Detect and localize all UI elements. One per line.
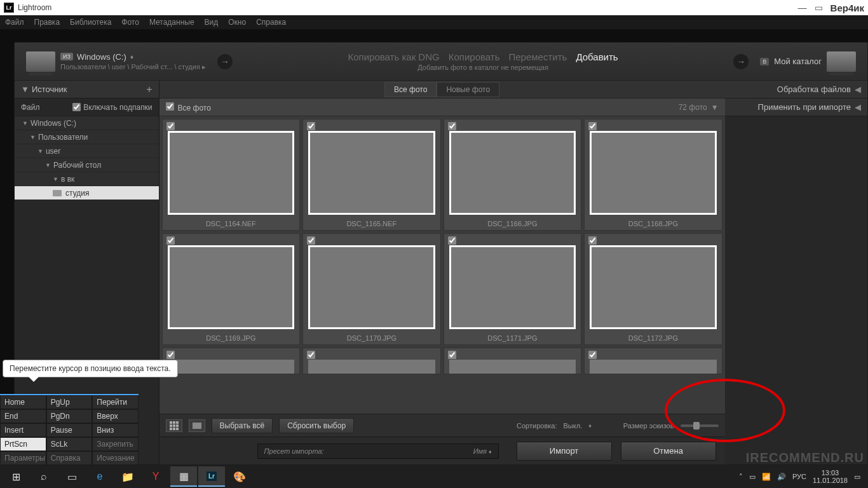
osk-key[interactable]: Параметры bbox=[0, 451, 46, 465]
notifications-icon[interactable]: ▭ bbox=[854, 473, 860, 481]
dest-label[interactable]: Мой каталог bbox=[774, 57, 822, 66]
thumb-checkbox[interactable] bbox=[166, 236, 175, 245]
mode-add[interactable]: Добавить bbox=[576, 51, 618, 62]
thumbnail-cell[interactable] bbox=[162, 348, 301, 374]
thumbnail-image bbox=[449, 131, 576, 215]
osk-key[interactable]: Вниз bbox=[92, 423, 139, 437]
language-indicator[interactable]: РУС bbox=[792, 473, 806, 480]
thumbnail-cell[interactable] bbox=[444, 348, 582, 374]
select-all-checkbox[interactable]: Все фото bbox=[166, 102, 211, 112]
app-icon[interactable]: ▦ bbox=[170, 466, 197, 487]
sort-value[interactable]: Выкл. bbox=[564, 422, 583, 430]
thumb-checkbox[interactable] bbox=[307, 122, 315, 130]
osk-key[interactable]: Исчезание bbox=[92, 451, 139, 465]
osk-key[interactable]: Pause bbox=[46, 423, 93, 437]
source-panel-header[interactable]: ▼Источник + bbox=[15, 81, 159, 98]
thumb-checkbox[interactable] bbox=[166, 351, 175, 359]
mode-move[interactable]: Переместить bbox=[508, 51, 567, 62]
lightroom-taskbar-icon[interactable]: Lr bbox=[198, 466, 225, 487]
nav-forward-icon[interactable]: → bbox=[217, 54, 233, 69]
thumbnail-cell[interactable]: DSC_1165.NEF bbox=[302, 119, 441, 231]
add-source-icon[interactable]: + bbox=[146, 84, 152, 95]
tray-up-icon[interactable]: ˄ bbox=[739, 473, 743, 481]
thumb-size-slider[interactable] bbox=[681, 424, 719, 427]
explorer-icon[interactable]: 📁 bbox=[114, 466, 141, 487]
include-subfolders-checkbox[interactable]: Включать подпапки bbox=[72, 103, 152, 112]
thumb-checkbox[interactable] bbox=[588, 351, 597, 359]
thumb-checkbox[interactable] bbox=[166, 122, 175, 130]
osk-key-active[interactable]: PrtScn bbox=[0, 437, 46, 451]
thumb-checkbox[interactable] bbox=[448, 236, 456, 245]
osk-key[interactable]: PgDn bbox=[46, 409, 93, 423]
menu-library[interactable]: Библиотека bbox=[70, 18, 111, 27]
apply-during-import-header[interactable]: Применить при импорте◀ bbox=[725, 98, 867, 116]
menu-view[interactable]: Вид bbox=[205, 18, 219, 27]
chevron-down-icon[interactable]: ▼ bbox=[711, 103, 719, 112]
mode-copy[interactable]: Копировать bbox=[449, 51, 500, 62]
menu-help[interactable]: Справка bbox=[256, 18, 286, 27]
menu-metadata[interactable]: Метаданные bbox=[149, 18, 194, 27]
thumbnail-cell[interactable]: DSC_1172.JPG bbox=[584, 233, 722, 345]
thumb-checkbox[interactable] bbox=[307, 236, 315, 245]
osk-key[interactable]: ScLk bbox=[46, 437, 93, 451]
thumb-checkbox[interactable] bbox=[448, 351, 456, 359]
volume-icon[interactable]: 🔊 bbox=[777, 473, 786, 481]
tab-all-photos[interactable]: Все фото bbox=[384, 82, 437, 97]
osk-key[interactable]: Вверх bbox=[92, 409, 139, 423]
thumbnail-cell[interactable]: DSC_1171.JPG bbox=[444, 233, 582, 345]
grid-view-icon[interactable] bbox=[166, 419, 182, 432]
maximize-icon[interactable]: ▭ bbox=[815, 3, 823, 13]
tree-item-selected[interactable]: студия bbox=[15, 186, 159, 200]
thumb-checkbox[interactable] bbox=[307, 351, 315, 359]
osk-key[interactable]: Справка bbox=[46, 451, 93, 465]
yandex-icon[interactable]: Y bbox=[142, 466, 169, 487]
start-button[interactable]: ⊞ bbox=[3, 466, 29, 487]
thumb-checkbox[interactable] bbox=[588, 122, 597, 130]
menu-window[interactable]: Окно bbox=[228, 18, 246, 27]
tree-item[interactable]: ▼Пользователи bbox=[15, 130, 159, 144]
file-handling-header[interactable]: Обработка файлов◀ bbox=[725, 81, 867, 98]
task-view-icon[interactable]: ▭ bbox=[58, 466, 85, 487]
thumbnail-cell[interactable]: DSC_1169.JPG bbox=[162, 233, 301, 345]
thumbnail-cell[interactable]: DSC_1170.JPG bbox=[302, 233, 441, 345]
menu-file[interactable]: Файл bbox=[5, 18, 24, 27]
import-button[interactable]: Импорт bbox=[517, 442, 612, 461]
tree-item[interactable]: ▼Windows (C:) bbox=[15, 116, 159, 130]
minimize-icon[interactable]: — bbox=[798, 3, 807, 13]
source-drive-label[interactable]: Windows (C:) bbox=[77, 52, 126, 62]
cancel-button[interactable]: Отмена bbox=[621, 442, 716, 461]
osk-key[interactable]: PgUp bbox=[46, 395, 93, 409]
osk-key[interactable]: Закрепить bbox=[92, 437, 139, 451]
thumbnail-cell[interactable] bbox=[584, 348, 722, 374]
menu-photo[interactable]: Фото bbox=[121, 18, 139, 27]
osk-key[interactable]: Home bbox=[0, 395, 46, 409]
chevron-icon[interactable]: ♦ bbox=[130, 53, 133, 60]
tree-item[interactable]: ▼Рабочий стол bbox=[15, 158, 159, 172]
osk-key[interactable]: Insert bbox=[0, 423, 46, 437]
tree-item[interactable]: ▼в вк bbox=[15, 172, 159, 186]
select-all-button[interactable]: Выбрать всё bbox=[212, 418, 273, 433]
tree-item[interactable]: ▼user bbox=[15, 144, 159, 158]
wifi-icon[interactable]: 📶 bbox=[762, 473, 771, 481]
search-icon[interactable]: ⌕ bbox=[31, 466, 57, 487]
paint-icon[interactable]: 🎨 bbox=[226, 466, 253, 487]
thumbnail-cell[interactable]: DSC_1168.JPG bbox=[584, 119, 722, 231]
loupe-view-icon[interactable] bbox=[189, 419, 205, 432]
osk-key[interactable]: End bbox=[0, 409, 46, 423]
source-path[interactable]: Пользователи \ user \ Рабочий ст... \ ст… bbox=[60, 63, 206, 71]
thumb-checkbox[interactable] bbox=[588, 236, 597, 245]
thumb-checkbox[interactable] bbox=[448, 122, 456, 130]
clock[interactable]: 13:03 11.01.2018 bbox=[813, 469, 848, 484]
nav-forward2-icon[interactable]: → bbox=[733, 54, 749, 69]
edge-icon[interactable]: e bbox=[86, 466, 113, 487]
osk-key[interactable]: Перейти bbox=[92, 395, 139, 409]
tab-new-photos[interactable]: Новые фото bbox=[437, 82, 499, 97]
thumbnail-cell[interactable]: DSC_1164.NEF bbox=[162, 119, 301, 231]
battery-icon[interactable]: ▭ bbox=[749, 473, 756, 481]
mode-copy-dng[interactable]: Копировать как DNG bbox=[348, 51, 439, 62]
import-preset-dropdown[interactable]: Пресет импорта: Имя ♦ bbox=[257, 444, 499, 459]
deselect-button[interactable]: Сбросить выбор bbox=[279, 418, 354, 433]
menu-edit[interactable]: Правка bbox=[34, 18, 60, 27]
thumbnail-cell[interactable] bbox=[302, 348, 441, 374]
thumbnail-cell[interactable]: DSC_1166.JPG bbox=[444, 119, 582, 231]
